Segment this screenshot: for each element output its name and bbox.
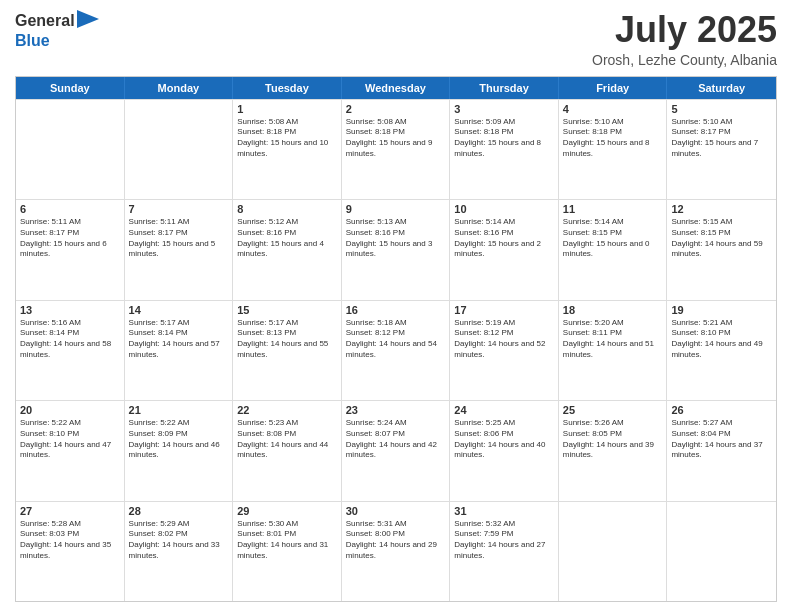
table-row: 31Sunrise: 5:32 AM Sunset: 7:59 PM Dayli…	[450, 502, 559, 601]
table-row: 5Sunrise: 5:10 AM Sunset: 8:17 PM Daylig…	[667, 100, 776, 199]
table-row: 8Sunrise: 5:12 AM Sunset: 8:16 PM Daylig…	[233, 200, 342, 299]
table-row: 27Sunrise: 5:28 AM Sunset: 8:03 PM Dayli…	[16, 502, 125, 601]
calendar-header: SundayMondayTuesdayWednesdayThursdayFrid…	[16, 77, 776, 99]
day-number: 25	[563, 404, 663, 416]
day-header-friday: Friday	[559, 77, 668, 99]
logo-general: General	[15, 12, 75, 30]
day-info: Sunrise: 5:20 AM Sunset: 8:11 PM Dayligh…	[563, 318, 663, 361]
day-number: 16	[346, 304, 446, 316]
table-row	[125, 100, 234, 199]
day-number: 2	[346, 103, 446, 115]
table-row: 12Sunrise: 5:15 AM Sunset: 8:15 PM Dayli…	[667, 200, 776, 299]
table-row: 7Sunrise: 5:11 AM Sunset: 8:17 PM Daylig…	[125, 200, 234, 299]
table-row	[667, 502, 776, 601]
day-info: Sunrise: 5:24 AM Sunset: 8:07 PM Dayligh…	[346, 418, 446, 461]
day-info: Sunrise: 5:28 AM Sunset: 8:03 PM Dayligh…	[20, 519, 120, 562]
page: General Blue July 2025 Orosh, Lezhe Coun…	[0, 0, 792, 612]
table-row: 24Sunrise: 5:25 AM Sunset: 8:06 PM Dayli…	[450, 401, 559, 500]
day-info: Sunrise: 5:18 AM Sunset: 8:12 PM Dayligh…	[346, 318, 446, 361]
day-header-tuesday: Tuesday	[233, 77, 342, 99]
day-info: Sunrise: 5:26 AM Sunset: 8:05 PM Dayligh…	[563, 418, 663, 461]
day-info: Sunrise: 5:31 AM Sunset: 8:00 PM Dayligh…	[346, 519, 446, 562]
logo: General Blue	[15, 10, 99, 50]
table-row: 14Sunrise: 5:17 AM Sunset: 8:14 PM Dayli…	[125, 301, 234, 400]
table-row: 25Sunrise: 5:26 AM Sunset: 8:05 PM Dayli…	[559, 401, 668, 500]
day-info: Sunrise: 5:09 AM Sunset: 8:18 PM Dayligh…	[454, 117, 554, 160]
table-row: 1Sunrise: 5:08 AM Sunset: 8:18 PM Daylig…	[233, 100, 342, 199]
table-row	[559, 502, 668, 601]
table-row: 26Sunrise: 5:27 AM Sunset: 8:04 PM Dayli…	[667, 401, 776, 500]
day-info: Sunrise: 5:25 AM Sunset: 8:06 PM Dayligh…	[454, 418, 554, 461]
day-number: 23	[346, 404, 446, 416]
table-row: 19Sunrise: 5:21 AM Sunset: 8:10 PM Dayli…	[667, 301, 776, 400]
day-number: 18	[563, 304, 663, 316]
calendar-row-4: 20Sunrise: 5:22 AM Sunset: 8:10 PM Dayli…	[16, 400, 776, 500]
day-info: Sunrise: 5:13 AM Sunset: 8:16 PM Dayligh…	[346, 217, 446, 260]
table-row: 10Sunrise: 5:14 AM Sunset: 8:16 PM Dayli…	[450, 200, 559, 299]
day-info: Sunrise: 5:08 AM Sunset: 8:18 PM Dayligh…	[237, 117, 337, 160]
day-info: Sunrise: 5:16 AM Sunset: 8:14 PM Dayligh…	[20, 318, 120, 361]
day-info: Sunrise: 5:10 AM Sunset: 8:17 PM Dayligh…	[671, 117, 772, 160]
location: Orosh, Lezhe County, Albania	[592, 52, 777, 68]
day-info: Sunrise: 5:29 AM Sunset: 8:02 PM Dayligh…	[129, 519, 229, 562]
day-info: Sunrise: 5:11 AM Sunset: 8:17 PM Dayligh…	[20, 217, 120, 260]
day-number: 5	[671, 103, 772, 115]
day-number: 10	[454, 203, 554, 215]
day-number: 1	[237, 103, 337, 115]
table-row: 28Sunrise: 5:29 AM Sunset: 8:02 PM Dayli…	[125, 502, 234, 601]
day-number: 20	[20, 404, 120, 416]
day-number: 12	[671, 203, 772, 215]
day-header-thursday: Thursday	[450, 77, 559, 99]
day-info: Sunrise: 5:19 AM Sunset: 8:12 PM Dayligh…	[454, 318, 554, 361]
table-row: 4Sunrise: 5:10 AM Sunset: 8:18 PM Daylig…	[559, 100, 668, 199]
day-number: 7	[129, 203, 229, 215]
day-info: Sunrise: 5:27 AM Sunset: 8:04 PM Dayligh…	[671, 418, 772, 461]
day-number: 22	[237, 404, 337, 416]
day-number: 9	[346, 203, 446, 215]
table-row: 13Sunrise: 5:16 AM Sunset: 8:14 PM Dayli…	[16, 301, 125, 400]
day-number: 19	[671, 304, 772, 316]
day-number: 3	[454, 103, 554, 115]
day-number: 29	[237, 505, 337, 517]
day-number: 26	[671, 404, 772, 416]
table-row: 29Sunrise: 5:30 AM Sunset: 8:01 PM Dayli…	[233, 502, 342, 601]
month-title: July 2025	[592, 10, 777, 50]
calendar-row-5: 27Sunrise: 5:28 AM Sunset: 8:03 PM Dayli…	[16, 501, 776, 601]
day-number: 4	[563, 103, 663, 115]
day-info: Sunrise: 5:08 AM Sunset: 8:18 PM Dayligh…	[346, 117, 446, 160]
header: General Blue July 2025 Orosh, Lezhe Coun…	[15, 10, 777, 68]
day-info: Sunrise: 5:10 AM Sunset: 8:18 PM Dayligh…	[563, 117, 663, 160]
day-info: Sunrise: 5:14 AM Sunset: 8:15 PM Dayligh…	[563, 217, 663, 260]
day-number: 27	[20, 505, 120, 517]
day-number: 28	[129, 505, 229, 517]
day-info: Sunrise: 5:14 AM Sunset: 8:16 PM Dayligh…	[454, 217, 554, 260]
day-number: 17	[454, 304, 554, 316]
day-number: 14	[129, 304, 229, 316]
table-row: 18Sunrise: 5:20 AM Sunset: 8:11 PM Dayli…	[559, 301, 668, 400]
calendar-body: 1Sunrise: 5:08 AM Sunset: 8:18 PM Daylig…	[16, 99, 776, 601]
day-info: Sunrise: 5:30 AM Sunset: 8:01 PM Dayligh…	[237, 519, 337, 562]
day-number: 15	[237, 304, 337, 316]
day-number: 13	[20, 304, 120, 316]
calendar-row-3: 13Sunrise: 5:16 AM Sunset: 8:14 PM Dayli…	[16, 300, 776, 400]
day-info: Sunrise: 5:12 AM Sunset: 8:16 PM Dayligh…	[237, 217, 337, 260]
day-number: 31	[454, 505, 554, 517]
day-info: Sunrise: 5:15 AM Sunset: 8:15 PM Dayligh…	[671, 217, 772, 260]
day-header-saturday: Saturday	[667, 77, 776, 99]
table-row: 3Sunrise: 5:09 AM Sunset: 8:18 PM Daylig…	[450, 100, 559, 199]
day-number: 8	[237, 203, 337, 215]
table-row: 20Sunrise: 5:22 AM Sunset: 8:10 PM Dayli…	[16, 401, 125, 500]
table-row: 2Sunrise: 5:08 AM Sunset: 8:18 PM Daylig…	[342, 100, 451, 199]
day-info: Sunrise: 5:17 AM Sunset: 8:14 PM Dayligh…	[129, 318, 229, 361]
day-number: 11	[563, 203, 663, 215]
day-number: 24	[454, 404, 554, 416]
day-info: Sunrise: 5:22 AM Sunset: 8:09 PM Dayligh…	[129, 418, 229, 461]
title-block: July 2025 Orosh, Lezhe County, Albania	[592, 10, 777, 68]
table-row: 15Sunrise: 5:17 AM Sunset: 8:13 PM Dayli…	[233, 301, 342, 400]
day-number: 30	[346, 505, 446, 517]
calendar-row-1: 1Sunrise: 5:08 AM Sunset: 8:18 PM Daylig…	[16, 99, 776, 199]
table-row: 21Sunrise: 5:22 AM Sunset: 8:09 PM Dayli…	[125, 401, 234, 500]
day-info: Sunrise: 5:17 AM Sunset: 8:13 PM Dayligh…	[237, 318, 337, 361]
day-header-sunday: Sunday	[16, 77, 125, 99]
day-info: Sunrise: 5:23 AM Sunset: 8:08 PM Dayligh…	[237, 418, 337, 461]
